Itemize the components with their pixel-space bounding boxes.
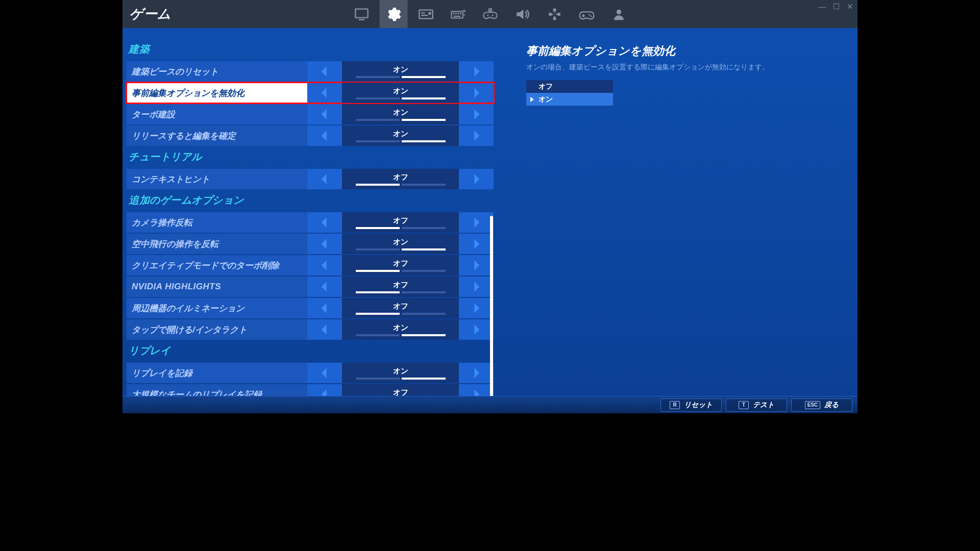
arrow-left-icon[interactable] xyxy=(307,384,342,396)
setting-label: リプレイを記録 xyxy=(127,363,307,383)
page-title: ゲーム xyxy=(130,5,172,23)
arrow-right-icon[interactable] xyxy=(459,61,494,82)
svg-marker-40 xyxy=(322,260,327,270)
svg-rect-18 xyxy=(553,8,556,11)
arrow-right-icon[interactable] xyxy=(459,212,494,233)
setting-value: オフ xyxy=(342,255,459,276)
svg-marker-27 xyxy=(474,66,479,77)
setting-row[interactable]: 周辺機器のイルミネーションオフ xyxy=(127,298,494,318)
setting-label: 大規模なチームのリプレイを記録 xyxy=(127,384,307,396)
option-item[interactable]: オフ xyxy=(526,80,613,93)
value-indicator xyxy=(355,76,447,78)
setting-row[interactable]: タップで開ける/インタラクトオン xyxy=(127,319,494,340)
svg-marker-33 xyxy=(474,131,479,141)
setting-value: オン xyxy=(342,234,459,254)
svg-point-5 xyxy=(428,12,431,15)
arrow-right-icon[interactable] xyxy=(459,234,494,254)
setting-row[interactable]: クリエイティブモードでのターボ削除オフ xyxy=(127,255,494,276)
keycap-t: T xyxy=(739,401,749,409)
arrow-left-icon[interactable] xyxy=(307,298,342,318)
arrow-right-icon[interactable] xyxy=(459,83,494,103)
setting-value-label: オフ xyxy=(393,388,408,396)
setting-row[interactable]: 空中飛行の操作を反転オン xyxy=(127,234,494,254)
window-maximize-icon[interactable]: ☐ xyxy=(833,2,840,11)
value-indicator xyxy=(355,248,447,251)
arrow-left-icon[interactable] xyxy=(307,169,342,189)
tab-name-tags[interactable] xyxy=(412,0,440,28)
svg-rect-22 xyxy=(582,15,585,16)
svg-marker-35 xyxy=(474,174,479,184)
tab-accessibility[interactable] xyxy=(541,0,569,28)
setting-row[interactable]: リプレイを記録オン xyxy=(127,363,494,383)
tab-controller-config[interactable] xyxy=(476,0,504,28)
settings-list: 建築建築ピースのリセットオン事前編集オプションを無効化オンターボ建設オンリリース… xyxy=(122,28,498,396)
reset-button[interactable]: R リセット xyxy=(660,398,722,412)
back-button[interactable]: ESC 戻る xyxy=(791,398,852,412)
setting-row[interactable]: 事前編集オプションを無効化オン xyxy=(127,83,494,103)
setting-value-label: オン xyxy=(393,86,408,96)
window-close-icon[interactable]: ✕ xyxy=(847,2,853,11)
setting-value-label: オン xyxy=(393,237,408,247)
svg-marker-47 xyxy=(474,324,479,335)
setting-value-label: オフ xyxy=(393,216,408,226)
arrow-left-icon[interactable] xyxy=(307,277,342,297)
arrow-right-icon[interactable] xyxy=(459,384,494,396)
setting-row[interactable]: 建築ピースのリセットオン xyxy=(127,61,494,82)
tab-settings[interactable] xyxy=(380,0,408,28)
arrow-right-icon[interactable] xyxy=(459,169,494,189)
setting-value: オフ xyxy=(342,298,459,318)
section-title: 建築 xyxy=(127,39,494,61)
setting-value-label: オン xyxy=(393,108,408,117)
setting-row[interactable]: ターボ建設オン xyxy=(127,104,494,124)
svg-marker-31 xyxy=(474,109,479,119)
setting-value-label: オン xyxy=(393,129,408,139)
window-minimize-icon[interactable]: — xyxy=(818,2,826,11)
tab-keyboard[interactable] xyxy=(444,0,472,28)
value-indicator xyxy=(355,119,447,121)
setting-row[interactable]: NVIDIA HIGHLIGHTSオフ xyxy=(127,277,494,297)
setting-value: オン xyxy=(342,83,459,103)
setting-value-label: オフ xyxy=(393,280,408,290)
arrow-left-icon[interactable] xyxy=(307,61,342,82)
test-button[interactable]: T テスト xyxy=(726,398,787,412)
arrow-right-icon[interactable] xyxy=(459,363,494,383)
arrow-left-icon[interactable] xyxy=(307,234,342,254)
svg-point-25 xyxy=(616,9,621,14)
setting-value: オン xyxy=(342,363,459,383)
arrow-left-icon[interactable] xyxy=(307,255,342,276)
description-title: 事前編集オプションを無効化 xyxy=(526,43,847,59)
test-label: テスト xyxy=(753,400,774,410)
setting-row[interactable]: コンテキストヒントオフ xyxy=(127,169,494,189)
setting-row[interactable]: カメラ操作反転オフ xyxy=(127,212,494,233)
setting-value: オン xyxy=(342,126,459,146)
setting-value: オフ xyxy=(342,212,459,233)
arrow-right-icon[interactable] xyxy=(459,298,494,318)
tab-display[interactable] xyxy=(348,0,376,28)
arrow-left-icon[interactable] xyxy=(307,126,342,146)
setting-value: オン xyxy=(342,104,459,124)
svg-rect-19 xyxy=(557,13,560,16)
setting-value-label: オフ xyxy=(393,172,408,182)
svg-point-14 xyxy=(492,14,493,16)
scrollbar-thumb[interactable] xyxy=(490,216,493,407)
svg-marker-29 xyxy=(474,88,479,98)
setting-label: 建築ピースのリセット xyxy=(127,61,307,82)
arrow-left-icon[interactable] xyxy=(307,104,342,124)
arrow-right-icon[interactable] xyxy=(459,255,494,276)
arrow-left-icon[interactable] xyxy=(307,212,342,233)
tab-audio[interactable] xyxy=(508,0,536,28)
setting-row[interactable]: 大規模なチームのリプレイを記録オフ xyxy=(127,384,494,396)
setting-row[interactable]: リリースすると編集を確定オン xyxy=(127,126,494,146)
arrow-left-icon[interactable] xyxy=(307,83,342,103)
tab-controller[interactable] xyxy=(573,0,601,28)
arrow-right-icon[interactable] xyxy=(459,104,494,124)
svg-marker-36 xyxy=(322,217,327,228)
setting-label: コンテキストヒント xyxy=(127,169,307,189)
arrow-right-icon[interactable] xyxy=(459,277,494,297)
option-item[interactable]: オン xyxy=(526,93,613,106)
arrow-right-icon[interactable] xyxy=(459,126,494,146)
arrow-left-icon[interactable] xyxy=(307,363,342,383)
arrow-right-icon[interactable] xyxy=(459,319,494,340)
tab-account[interactable] xyxy=(605,0,633,28)
arrow-left-icon[interactable] xyxy=(307,319,342,340)
